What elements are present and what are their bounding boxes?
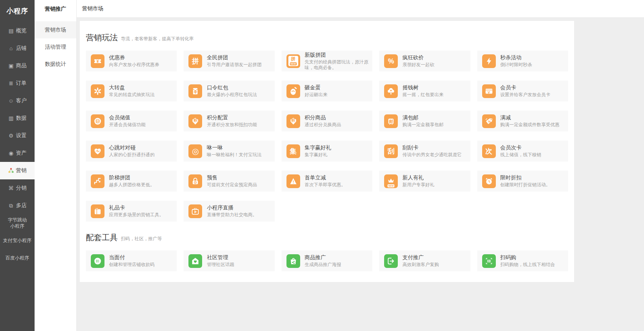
sidebar-item-data[interactable]: ▥数据: [0, 109, 35, 127]
sidebar-item-baidu-mini[interactable]: 百度小程序: [0, 249, 35, 267]
face-pay-icon: [91, 254, 104, 268]
sidebar-item-orders[interactable]: ≣订单: [0, 74, 35, 92]
sidebar-item-bytedance-mini[interactable]: 字节跳动小程序: [0, 214, 35, 232]
member-card-card[interactable]: V会员卡设置并给客户发放会员卡: [477, 81, 568, 101]
live-card[interactable]: 小程序直播直播带货助力社交电商。: [184, 201, 274, 222]
sidebar-item-label: 商品: [16, 62, 27, 69]
section-header-marketing: 营销玩法 导流，老客带新客，提高下单转化率: [86, 32, 568, 43]
scratch-card-icon: 刮: [384, 144, 398, 158]
scan-buy-icon: [482, 254, 496, 268]
submenu-item-marketing-market[interactable]: 营销市场: [35, 21, 76, 38]
sidebar-nav: ▤概览⌂店铺▣商品≣订单☺客户▥数据⚙设置◉资产营销⌘分销⧉多店字节跳动小程序支…: [0, 22, 35, 267]
card-desc: 咻一咻抢福利！支付宝玩法: [207, 152, 261, 158]
xiu-card[interactable]: ◎咻一咻咻一咻抢福利！支付宝玩法: [184, 141, 274, 162]
sidebar-item-distribution[interactable]: ⌘分销: [0, 179, 35, 197]
community-card[interactable]: 社区管理管理社区话题: [184, 250, 274, 271]
sidebar-item-label: 订单: [16, 80, 27, 87]
group-buy-card[interactable]: 拼全民拼团引导用户邀请朋友一起拼团: [184, 51, 274, 71]
ladder-groupbuy-icon: [91, 174, 104, 188]
lucky-wheel-icon: [91, 84, 104, 98]
overview-icon: ▤: [8, 28, 14, 33]
scratch-card-card[interactable]: 刮刮刮卡传说中的男女老少通吃就是它: [379, 141, 470, 162]
card-desc: 通过积分兑换商品: [305, 122, 341, 128]
money-tree-card[interactable]: 摇钱树摇一摇，红包要出来: [379, 81, 470, 101]
content-background: 营销玩法 导流，老客带新客，提高下单转化率 ¥优惠券向客户发放小程序优惠券拼全民…: [77, 18, 644, 331]
card-desc: 高效刺激客户复购: [402, 262, 439, 268]
card-title: 刮刮卡: [402, 144, 462, 151]
card-title: 大转盘: [109, 84, 155, 91]
golden-egg-card[interactable]: 砸金蛋好运砸出来: [282, 81, 372, 101]
group-buy-new-card[interactable]: 拼NEW新版拼团先支付的经典拼团玩法，原汁原味，电商必备。: [282, 51, 372, 71]
gift-card-card[interactable]: 礼品卡应用更多场景的营销工具。: [86, 201, 177, 222]
card-title: 集字赢好礼: [305, 144, 331, 151]
card-title: 砸金蛋: [305, 84, 328, 91]
punch-card-card[interactable]: 次会员次卡线上储值，线下核销: [477, 141, 568, 162]
customers-icon: ☺: [8, 98, 14, 103]
points-goods-icon: 积: [286, 114, 300, 128]
sidebar-item-shop[interactable]: ⌂店铺: [0, 40, 35, 57]
card-desc: 人家的心脏扑通扑通的: [109, 152, 155, 158]
punch-card-icon: 次: [482, 144, 496, 158]
sidebar-item-label: 客户: [16, 97, 27, 104]
group-buy-icon: 拼: [188, 54, 202, 68]
lucky-wheel-card[interactable]: 大转盘常见的转盘式抽奖玩法: [86, 81, 177, 101]
sidebar-item-customers[interactable]: ☺客户: [0, 92, 35, 109]
points-config-card[interactable]: 积积分配置开通积分发放和抵扣功能: [184, 111, 274, 131]
card-desc: 扫码购物，线上线下相结合: [500, 262, 555, 268]
flash-sale-card[interactable]: 秒杀活动倒计时限时秒杀: [477, 51, 568, 71]
pay-promo-card[interactable]: 支付推广高效刺激客户复购: [379, 250, 470, 271]
card-desc: 创建限时打折促销活动。: [500, 182, 551, 188]
sidebar-item-assets[interactable]: ◉资产: [0, 144, 35, 162]
submenu-item-data-statistics[interactable]: 数据统计: [35, 55, 76, 73]
sidebar-item-multistore[interactable]: ⧉多店: [0, 197, 35, 214]
free-shipping-card[interactable]: 邮满包邮购满一定金额享包邮: [379, 111, 470, 131]
time-discount-icon: [482, 174, 496, 188]
card-title: 积分商品: [305, 114, 341, 121]
coupon-icon: ¥: [91, 54, 104, 68]
submenu-list: 营销市场活动管理数据统计: [35, 18, 76, 73]
card-desc: 设置并给客户发放会员卡: [500, 92, 551, 98]
sidebar-item-settings[interactable]: ⚙设置: [0, 127, 35, 144]
bargain-card[interactable]: %疯狂砍价亲朋好友一起砍: [379, 51, 470, 71]
sidebar-item-label: 百度小程序: [5, 255, 29, 261]
password-redpacket-card[interactable]: 令口令红包最火爆的小程序红包玩法: [184, 81, 274, 101]
card-title: 秒杀活动: [500, 54, 532, 61]
presale-icon: [188, 174, 202, 188]
card-desc: 先支付的经典拼团玩法，原汁原味，电商必备。: [305, 59, 369, 71]
sidebar-item-label: 分销: [16, 185, 27, 192]
coupon-card[interactable]: ¥优惠券向客户发放小程序优惠券: [86, 51, 177, 71]
newbie-gift-card[interactable]: NEW新人有礼新用户专享好礼: [379, 171, 470, 192]
card-desc: 常见的转盘式抽奖玩法: [109, 92, 155, 98]
card-desc: 传说中的男女老少通吃就是它: [402, 152, 462, 158]
full-discount-card[interactable]: %满减购满一定金额或件数享受优惠: [477, 111, 568, 131]
card-desc: 新用户专享好礼: [402, 182, 434, 188]
submenu-item-activity-management[interactable]: 活动管理: [35, 38, 76, 55]
time-discount-card[interactable]: 限时折扣创建限时打折促销活动。: [477, 171, 568, 192]
sidebar-item-label: 字节跳动小程序: [7, 217, 28, 229]
collect-words-card[interactable]: 集集字赢好礼集字赢好礼: [282, 141, 372, 162]
card-title: 咻一咻: [207, 144, 261, 151]
tab-marketing-market[interactable]: 营销市场: [78, 0, 107, 17]
sidebar-item-alipay-mini[interactable]: 支付宝小程序: [0, 232, 35, 249]
scan-buy-card[interactable]: 扫码购扫码购物，线上线下相结合: [477, 250, 568, 271]
sidebar-item-goods[interactable]: ▣商品: [0, 57, 35, 74]
card-title: 心跳对对碰: [109, 144, 155, 151]
first-order-icon: [286, 174, 300, 188]
sidebar-item-overview[interactable]: ▤概览: [0, 22, 35, 40]
ladder-groupbuy-card[interactable]: 阶梯拼团越多人拼团价格更低。: [86, 171, 177, 192]
presale-card[interactable]: 预售可提前支付定金预定商品: [184, 171, 274, 192]
full-discount-icon: %: [482, 114, 496, 128]
section-header-tools: 配套工具 扫码，社区，推广等: [86, 232, 568, 243]
sidebar-item-marketing[interactable]: 营销: [0, 162, 35, 179]
card-desc: 最火爆的小程序红包玩法: [207, 92, 257, 98]
points-goods-card[interactable]: 积积分商品通过积分兑换商品: [282, 111, 372, 131]
assets-icon: ◉: [8, 150, 14, 156]
face-pay-card[interactable]: 当面付创建和管理店铺收款码: [86, 250, 177, 271]
stored-value-card[interactable]: 会员储值开通会员储值功能: [86, 111, 177, 131]
card-title: 优惠券: [109, 54, 159, 61]
card-title: 礼品卡: [109, 204, 164, 211]
product-promo-card[interactable]: 商品推广生成商品推广海报: [282, 250, 372, 271]
card-title: 扫码购: [500, 254, 555, 261]
heart-match-card[interactable]: 心跳对对碰人家的心脏扑通扑通的: [86, 141, 177, 162]
first-order-card[interactable]: 首单立减首次下单即享优惠。: [282, 171, 372, 192]
